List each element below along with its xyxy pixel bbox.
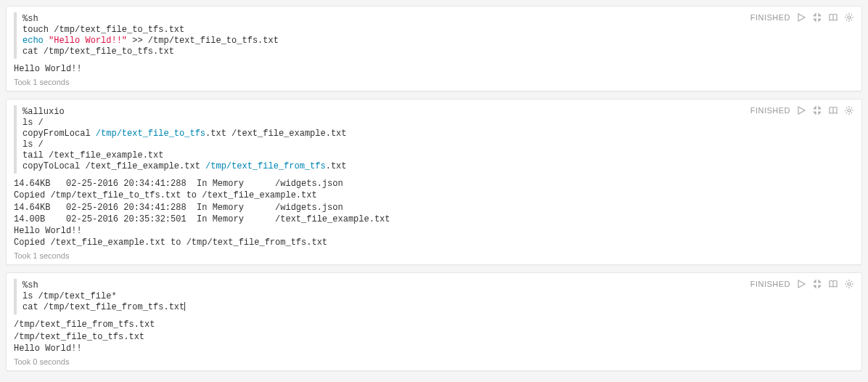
code-editor[interactable]: %alluxio ls / copyFromLocal /tmp/text_fi… bbox=[14, 105, 854, 174]
status-label: FINISHED bbox=[750, 13, 790, 22]
gear-icon[interactable] bbox=[844, 105, 854, 115]
collapse-icon[interactable] bbox=[812, 279, 822, 289]
svg-marker-3 bbox=[798, 107, 805, 114]
svg-marker-0 bbox=[798, 14, 805, 21]
gear-icon[interactable] bbox=[844, 279, 854, 289]
cell-toolbar: FINISHED bbox=[750, 12, 854, 23]
book-icon[interactable] bbox=[828, 105, 838, 115]
play-icon[interactable] bbox=[796, 279, 806, 289]
cell-output: /tmp/text_file_from_tfs.txt /tmp/text_fi… bbox=[14, 319, 854, 354]
svg-point-2 bbox=[848, 16, 851, 19]
execution-time: Took 1 seconds bbox=[14, 78, 854, 86]
execution-time: Took 1 seconds bbox=[14, 251, 854, 260]
svg-point-5 bbox=[848, 109, 851, 112]
svg-marker-6 bbox=[798, 280, 805, 288]
execution-time: Took 0 seconds bbox=[14, 357, 854, 366]
code-editor[interactable]: %sh ls /tmp/text_file* cat /tmp/text_fil… bbox=[14, 279, 854, 314]
collapse-icon[interactable] bbox=[812, 105, 822, 115]
notebook-cell: FINISHED%sh touch /tmp/text_file_to_tfs.… bbox=[6, 6, 862, 92]
cell-toolbar: FINISHED bbox=[750, 105, 854, 115]
cell-toolbar: FINISHED bbox=[750, 279, 854, 289]
notebook-cell: FINISHED%alluxio ls / copyFromLocal /tmp… bbox=[6, 99, 862, 265]
play-icon[interactable] bbox=[796, 12, 806, 23]
status-label: FINISHED bbox=[750, 106, 790, 115]
play-icon[interactable] bbox=[796, 105, 806, 115]
collapse-icon[interactable] bbox=[812, 12, 822, 23]
book-icon[interactable] bbox=[828, 279, 838, 289]
book-icon[interactable] bbox=[828, 12, 838, 23]
notebook-cell: FINISHED%sh ls /tmp/text_file* cat /tmp/… bbox=[6, 272, 862, 371]
status-label: FINISHED bbox=[750, 280, 790, 288]
cell-output: Hello World!! bbox=[14, 63, 854, 75]
gear-icon[interactable] bbox=[844, 12, 854, 23]
svg-point-8 bbox=[848, 283, 851, 285]
code-editor[interactable]: %sh touch /tmp/text_file_to_tfs.txt echo… bbox=[14, 12, 854, 59]
cell-output: 14.64KB 02-25-2016 20:34:41:288 In Memor… bbox=[14, 178, 854, 248]
